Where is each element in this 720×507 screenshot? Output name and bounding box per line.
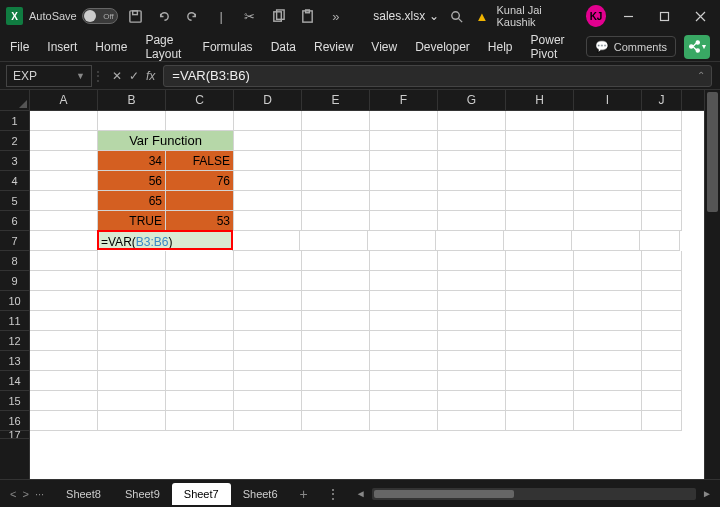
row-header[interactable]: 9	[0, 271, 29, 291]
enter-formula-icon[interactable]: ✓	[129, 69, 139, 83]
comments-button[interactable]: 💬 Comments	[586, 36, 676, 57]
grid[interactable]: Var Function 34FALSE 5676 65 TRUE53 =VAR…	[30, 111, 704, 479]
sheet-tab[interactable]: Sheet8	[54, 483, 113, 505]
minimize-button[interactable]	[614, 2, 642, 30]
cell	[302, 411, 370, 431]
col-header[interactable]: H	[506, 90, 574, 110]
tab-menu-icon[interactable]: ⋮	[318, 486, 348, 502]
tab-more-icon[interactable]: ···	[35, 488, 44, 500]
cell	[574, 291, 642, 311]
cell-c5[interactable]	[166, 191, 234, 211]
cell-c4[interactable]: 76	[166, 171, 234, 191]
sheet-tab-active[interactable]: Sheet7	[172, 483, 231, 505]
col-header[interactable]: C	[166, 90, 234, 110]
maximize-button[interactable]	[650, 2, 678, 30]
save-icon[interactable]	[124, 4, 147, 28]
copy-icon[interactable]	[267, 4, 290, 28]
cell-header[interactable]: Var Function	[98, 131, 234, 151]
cell-b5[interactable]: 65	[98, 191, 166, 211]
add-sheet-button[interactable]: +	[290, 486, 318, 502]
cell-c6[interactable]: 53	[166, 211, 234, 231]
close-button[interactable]	[686, 2, 714, 30]
tab-page-layout[interactable]: Page Layout	[145, 33, 184, 61]
toggle-switch[interactable]: Off	[82, 8, 118, 24]
fx-icon[interactable]: fx	[146, 69, 155, 83]
row-header[interactable]: 12	[0, 331, 29, 351]
row-header[interactable]: 17	[0, 431, 29, 439]
cut-icon[interactable]: ✂	[238, 4, 261, 28]
cell	[370, 131, 438, 151]
tab-power-pivot[interactable]: Power Pivot	[531, 33, 568, 61]
cell-b6[interactable]: TRUE	[98, 211, 166, 231]
cell-b7-active[interactable]: =VAR(B3:B6)	[97, 230, 233, 250]
search-icon[interactable]	[445, 4, 467, 28]
cell	[166, 311, 234, 331]
cell	[642, 251, 682, 271]
cell	[438, 111, 506, 131]
tab-next-icon[interactable]: >	[22, 488, 28, 500]
row-header[interactable]: 16	[0, 411, 29, 431]
warning-icon[interactable]: ▲	[476, 9, 489, 24]
autosave-toggle[interactable]: AutoSave Off	[29, 8, 118, 24]
row-header[interactable]: 14	[0, 371, 29, 391]
row-header[interactable]: 3	[0, 151, 29, 171]
col-header[interactable]: E	[302, 90, 370, 110]
sheet-tab[interactable]: Sheet9	[113, 483, 172, 505]
cell	[642, 271, 682, 291]
formula-bar[interactable]: =VAR(B3:B6) ⌃	[163, 65, 712, 87]
tab-insert[interactable]: Insert	[47, 40, 77, 54]
col-header[interactable]: D	[234, 90, 302, 110]
tab-formulas[interactable]: Formulas	[203, 40, 253, 54]
cell	[166, 411, 234, 431]
cell-c3[interactable]: FALSE	[166, 151, 234, 171]
tab-home[interactable]: Home	[95, 40, 127, 54]
scroll-left-icon[interactable]: ◄	[356, 488, 366, 499]
user-name[interactable]: Kunal Jai Kaushik	[496, 4, 577, 28]
col-header[interactable]: A	[30, 90, 98, 110]
row-header[interactable]: 10	[0, 291, 29, 311]
tab-review[interactable]: Review	[314, 40, 353, 54]
vertical-scrollbar[interactable]	[704, 90, 720, 479]
sheet-tab[interactable]: Sheet6	[231, 483, 290, 505]
row-header[interactable]: 7	[0, 231, 29, 251]
col-header[interactable]: G	[438, 90, 506, 110]
tab-view[interactable]: View	[371, 40, 397, 54]
row-header[interactable]: 13	[0, 351, 29, 371]
cancel-formula-icon[interactable]: ✕	[112, 69, 122, 83]
horizontal-scrollbar[interactable]: ◄ ►	[356, 488, 712, 500]
share-button[interactable]: ▾	[684, 35, 710, 59]
scrollbar-thumb[interactable]	[374, 490, 514, 498]
row-header[interactable]: 5	[0, 191, 29, 211]
row-header[interactable]: 4	[0, 171, 29, 191]
avatar[interactable]: KJ	[586, 5, 606, 27]
expand-formula-icon[interactable]: ⌃	[697, 70, 705, 81]
col-header[interactable]: J	[642, 90, 682, 110]
scrollbar-track[interactable]	[372, 488, 696, 500]
row-header[interactable]: 1	[0, 111, 29, 131]
tab-data[interactable]: Data	[271, 40, 296, 54]
col-header[interactable]: I	[574, 90, 642, 110]
name-box[interactable]: EXP ▼	[6, 65, 92, 87]
row-header[interactable]: 8	[0, 251, 29, 271]
row-header[interactable]: 2	[0, 131, 29, 151]
undo-icon[interactable]	[152, 4, 175, 28]
scrollbar-thumb[interactable]	[707, 92, 718, 212]
tab-help[interactable]: Help	[488, 40, 513, 54]
paste-icon[interactable]	[296, 4, 319, 28]
filename[interactable]: sales.xlsx ⌄	[373, 9, 439, 23]
row-header[interactable]: 6	[0, 211, 29, 231]
select-all-corner[interactable]	[0, 90, 30, 111]
cell-b4[interactable]: 56	[98, 171, 166, 191]
row-header[interactable]: 11	[0, 311, 29, 331]
cell-b3[interactable]: 34	[98, 151, 166, 171]
scroll-right-icon[interactable]: ►	[702, 488, 712, 499]
col-header[interactable]: B	[98, 90, 166, 110]
tab-prev-icon[interactable]: <	[10, 488, 16, 500]
tab-file[interactable]: File	[10, 40, 29, 54]
tab-developer[interactable]: Developer	[415, 40, 470, 54]
redo-icon[interactable]	[181, 4, 204, 28]
cell	[370, 271, 438, 291]
col-header[interactable]: F	[370, 90, 438, 110]
more-icon[interactable]: »	[325, 4, 348, 28]
row-header[interactable]: 15	[0, 391, 29, 411]
